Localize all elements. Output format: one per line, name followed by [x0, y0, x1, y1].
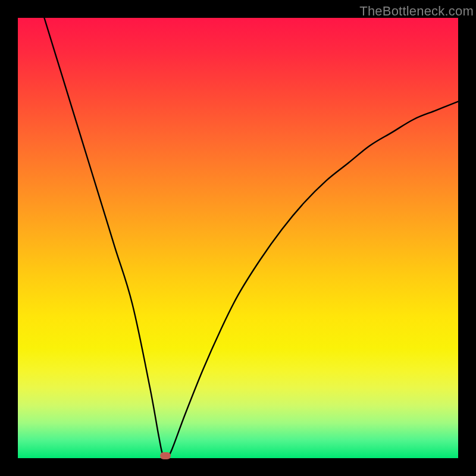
chart-svg	[0, 0, 476, 476]
bottleneck-curve	[44, 18, 458, 458]
minimum-marker	[160, 452, 171, 459]
watermark-text: TheBottleneck.com	[359, 4, 474, 19]
